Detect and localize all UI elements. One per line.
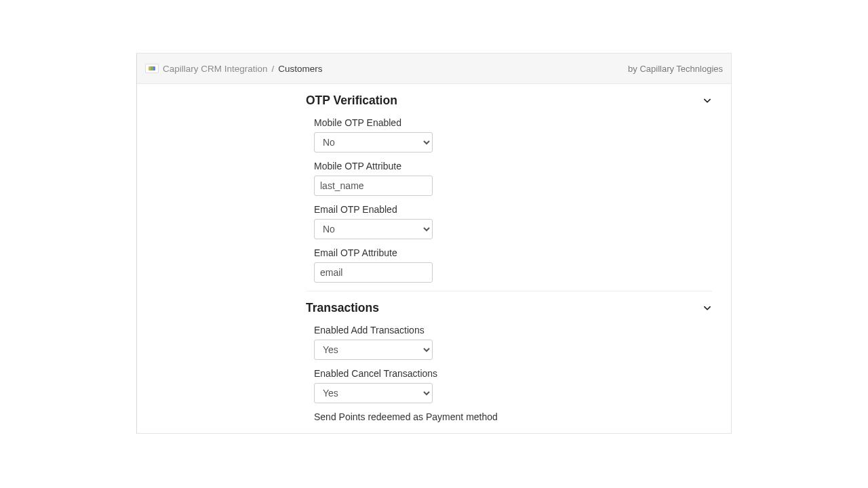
section-title-otp: OTP Verification [306,94,397,108]
vendor-label: by Capillary Technlogies [628,64,723,74]
app-logo-icon [145,64,159,73]
chevron-down-icon[interactable] [703,304,712,313]
topbar: Capillary CRM Integration / Customers by… [137,54,731,84]
label-email-otp-enabled: Email OTP Enabled [314,204,712,215]
field-points-payment: Send Points redeemed as Payment method [306,411,712,422]
label-cancel-transactions-enabled: Enabled Cancel Transactions [314,368,712,379]
select-mobile-otp-enabled[interactable]: YesNo [314,132,433,152]
label-add-transactions-enabled: Enabled Add Transactions [314,325,712,336]
section-otp-verification: OTP Verification Mobile OTP Enabled YesN… [306,84,712,291]
field-mobile-otp-attribute: Mobile OTP Attribute [306,161,712,196]
breadcrumb-sep: / [272,64,275,74]
field-email-otp-attribute: Email OTP Attribute [306,247,712,283]
label-email-otp-attribute: Email OTP Attribute [314,247,712,258]
field-cancel-transactions-enabled: Enabled Cancel Transactions YesNo [306,368,712,403]
field-add-transactions-enabled: Enabled Add Transactions YesNo [306,325,712,360]
breadcrumb-app[interactable]: Capillary CRM Integration [163,64,268,74]
label-mobile-otp-enabled: Mobile OTP Enabled [314,117,712,128]
section-header-transactions[interactable]: Transactions [306,291,712,317]
breadcrumb: Capillary CRM Integration / Customers [145,64,323,74]
select-cancel-transactions-enabled[interactable]: YesNo [314,383,433,403]
select-add-transactions-enabled[interactable]: YesNo [314,340,433,360]
field-mobile-otp-enabled: Mobile OTP Enabled YesNo [306,117,712,152]
label-points-payment: Send Points redeemed as Payment method [314,411,712,422]
field-email-otp-enabled: Email OTP Enabled YesNo [306,204,712,239]
select-email-otp-enabled[interactable]: YesNo [314,219,433,239]
content-area: OTP Verification Mobile OTP Enabled YesN… [137,84,731,433]
section-transactions: Transactions Enabled Add Transactions Ye… [306,291,712,433]
input-email-otp-attribute[interactable] [314,262,433,283]
section-title-transactions: Transactions [306,301,379,315]
input-mobile-otp-attribute[interactable] [314,176,433,196]
breadcrumb-page[interactable]: Customers [278,64,322,74]
config-panel: Capillary CRM Integration / Customers by… [136,53,732,434]
label-mobile-otp-attribute: Mobile OTP Attribute [314,161,712,171]
chevron-down-icon[interactable] [703,96,712,106]
section-header-otp[interactable]: OTP Verification [306,84,712,109]
